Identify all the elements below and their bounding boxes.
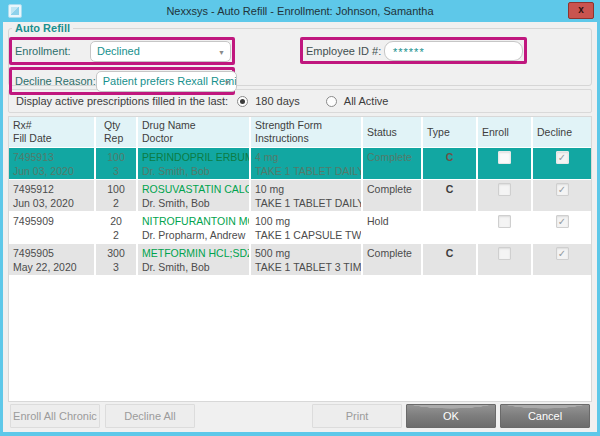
enrollment-dropdown[interactable]: Declined ▼ (90, 41, 231, 62)
decline-reason-value: Patient prefers Rexall Remind (97, 72, 236, 91)
type: C (423, 180, 476, 211)
qty: 100 (96, 182, 136, 196)
status: Complete (363, 180, 421, 211)
cancel-button[interactable]: Cancel (500, 404, 590, 428)
enrollment-highlight-box: Enrollment: Declined ▼ (9, 37, 235, 65)
decline-reason-dropdown[interactable]: Patient prefers Rexall Remind ▼ (96, 71, 237, 92)
col-header-decline: Decline (533, 117, 591, 147)
enroll-checkbox[interactable] (498, 247, 511, 260)
col-header-enroll: Enroll (478, 117, 531, 147)
radio-all-active-label: All Active (344, 95, 389, 107)
strength: 4 mg (255, 150, 361, 164)
rep: 3 (96, 260, 136, 274)
employee-id-label: Employee ID #: (306, 45, 381, 57)
enrollment-label: Enrollment: (15, 45, 71, 57)
decline-checkbox[interactable]: ✓ (556, 183, 569, 196)
chevron-down-icon: ▼ (218, 49, 225, 56)
filter-label: Display active prescriptions filled in t… (16, 95, 228, 107)
enroll-checkbox[interactable] (498, 183, 511, 196)
col-header-rx: Rx# Fill Date (9, 117, 94, 147)
decline-reason-highlight-box: Decline Reason: Patient prefers Rexall R… (9, 67, 235, 95)
strength: 10 mg (255, 182, 361, 196)
decline-checkbox[interactable]: ✓ (556, 247, 569, 260)
type: C (423, 244, 476, 275)
strength: 100 mg (255, 214, 361, 228)
button-bar: Enroll All Chronic Decline All Print OK … (8, 404, 592, 428)
rx-number: 7495913 (13, 150, 94, 164)
radio-180-days[interactable] (237, 96, 248, 107)
qty: 300 (96, 246, 136, 260)
rep: 2 (96, 196, 136, 210)
type: C (423, 148, 476, 179)
status: Hold (363, 212, 421, 243)
fill-date: Jun 03, 2020 (13, 196, 94, 210)
employee-id-highlight-box: Employee ID #: ****** (300, 37, 527, 64)
radio-180-days-label: 180 days (255, 95, 300, 107)
drug-name: NITROFURANTOIN MONO (142, 214, 249, 228)
fill-date: May 22, 2020 (13, 260, 94, 274)
instructions: TAKE 1 TABLET DAILY (255, 196, 361, 210)
enroll-checkbox[interactable] (498, 151, 511, 164)
close-button[interactable]: x (568, 2, 594, 19)
instructions: TAKE 1 TABLET DAILY (255, 164, 361, 178)
prescription-table: Rx# Fill Date Qty Rep Drug Name Doctor S… (8, 116, 592, 402)
radio-all-active[interactable] (326, 96, 337, 107)
instructions: TAKE 1 CAPSULE TWICE DA (255, 228, 361, 242)
doctor: Dr. Smith, Bob (142, 196, 249, 210)
auto-refill-group: Auto Refill Enrollment: Declined ▼ Emplo… (8, 22, 592, 86)
col-header-status: Status (363, 117, 421, 147)
enroll-all-chronic-button[interactable]: Enroll All Chronic (10, 404, 100, 428)
col-header-strength: Strength Form Instructions (251, 117, 361, 147)
type (423, 212, 476, 243)
qty: 20 (96, 214, 136, 228)
drug-name: METFORMIN HCL;SDZ-ME (142, 246, 249, 260)
decline-reason-label: Decline Reason: (15, 75, 96, 87)
decline-checkbox[interactable]: ✓ (556, 215, 569, 228)
print-button[interactable]: Print (312, 404, 402, 428)
enroll-checkbox[interactable] (498, 215, 511, 228)
employee-id-field[interactable]: ****** (384, 41, 523, 61)
rx-number: 7495909 (13, 214, 94, 228)
status: Complete (363, 148, 421, 179)
dialog-window: Nexxsys - Auto Refill - Enrollment: John… (0, 0, 600, 436)
ok-button[interactable]: OK (406, 404, 496, 428)
title-bar: Nexxsys - Auto Refill - Enrollment: John… (3, 0, 597, 22)
doctor: Dr. Smith, Bob (142, 164, 249, 178)
drug-name: ROSUVASTATIN CALCIUM (142, 182, 249, 196)
drug-name: PERINDOPRIL ERBUMINE;P (142, 150, 249, 164)
dialog-content: Auto Refill Enrollment: Declined ▼ Emplo… (3, 22, 597, 432)
fill-date: Jun 03, 2020 (13, 164, 94, 178)
chevron-down-icon: ▼ (224, 79, 231, 86)
strength: 500 mg (255, 246, 361, 260)
instructions: TAKE 1 TABLET 3 TIMES DA (255, 260, 361, 274)
decline-all-button[interactable]: Decline All (105, 404, 195, 428)
doctor: Dr. Propharm, Andrew (142, 228, 249, 242)
col-header-qty: Qty Rep (96, 117, 136, 147)
col-header-type: Type (423, 117, 476, 147)
auto-refill-legend: Auto Refill (12, 22, 73, 34)
qty: 100 (96, 150, 136, 164)
col-header-drug: Drug Name Doctor (138, 117, 249, 147)
enrollment-value: Declined (91, 42, 230, 61)
rx-number: 7495912 (13, 182, 94, 196)
decline-checkbox[interactable]: ✓ (556, 151, 569, 164)
doctor: Dr. Smith, Bob (142, 260, 249, 274)
rx-number: 7495905 (13, 246, 94, 260)
rep: 2 (96, 228, 136, 242)
rep: 3 (96, 164, 136, 178)
status: Complete (363, 244, 421, 275)
window-title: Nexxsys - Auto Refill - Enrollment: John… (3, 5, 597, 17)
